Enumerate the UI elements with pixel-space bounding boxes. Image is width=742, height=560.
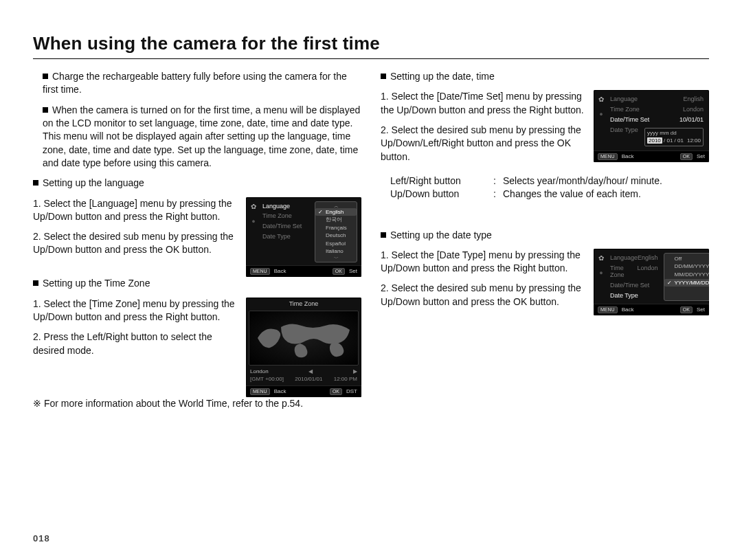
chevron-up-icon: ︿ — [315, 203, 357, 208]
dot-icon: ● — [251, 218, 255, 225]
tz-city: London — [250, 368, 269, 375]
bullet-icon — [43, 107, 48, 113]
section-language-text: 1. Select the [Language] menu by pressin… — [33, 197, 236, 264]
option: Italiano — [315, 247, 357, 256]
date-edit-box: yyyy mm dd 2010 / 01 / 0112:00 — [644, 128, 704, 146]
lcd-datetype: ✿ ● LanguageEnglish Time ZoneLondon Date… — [594, 249, 709, 315]
section-datetype-title: Setting up the date type — [381, 229, 709, 242]
set-label: Set — [349, 268, 357, 275]
menu-tag: MENU — [250, 388, 270, 395]
section-timezone-title: Setting up the Time Zone — [33, 277, 361, 290]
section-datetime-text: 1. Select the [Date/Time Set] menu by pr… — [381, 90, 584, 170]
option: Off — [664, 255, 709, 263]
bullet-icon — [33, 280, 38, 286]
dot-icon: ● — [599, 269, 603, 277]
set-label: Set — [697, 306, 705, 313]
left-column: Charge the rechargeable battery fully be… — [33, 70, 361, 417]
title-rule — [33, 58, 709, 59]
year-highlight: 2010 — [647, 137, 662, 144]
back-label: Back — [622, 306, 634, 313]
bullet-icon — [33, 180, 38, 186]
check-icon: ✓ — [667, 280, 673, 287]
tz-time: 12:00 PM — [334, 376, 357, 383]
section-datetype: 1. Select the [Date Type] menu by pressi… — [381, 249, 709, 315]
section-timezone-text: 1. Select the [Time Zone] menu by pressi… — [33, 298, 236, 364]
hint-up-down: Up/Down button:Changes the value of each… — [390, 188, 709, 201]
option: Français — [315, 224, 357, 232]
menu-tag: MENU — [598, 153, 618, 160]
dtype-step-1: 1. Select the [Date Type] menu by pressi… — [381, 249, 584, 276]
menu-row: Date/Time Set — [609, 280, 660, 291]
option: MM/DD/YYYY — [664, 271, 709, 279]
lcd-language: ✿ ● Language Time Zone Date/Time Set Dat… — [246, 197, 361, 278]
option: Deutsch — [315, 232, 357, 240]
back-label: Back — [274, 388, 286, 395]
tz-lcd-title: Time Zone — [246, 298, 361, 308]
option: ✓English — [315, 208, 357, 216]
world-time-note: ※ For more information about the World T… — [33, 397, 361, 410]
dt-step-2: 2. Select the desired sub menu by pressi… — [381, 124, 584, 164]
gear-icon: ✿ — [598, 96, 604, 104]
lcd-footer: MENU Back OK DST — [246, 385, 361, 397]
button-hints: Left/Right button:Selects year/month/day… — [381, 175, 709, 201]
lang-step-1: 1. Select the [Language] menu by pressin… — [33, 197, 236, 224]
option: ✓YYYY/MM/DD — [664, 279, 709, 287]
bullet-icon — [381, 74, 386, 79]
option: Español — [315, 240, 357, 248]
section-datetype-text: 1. Select the [Date Type] menu by pressi… — [381, 249, 584, 315]
check-icon: ✓ — [318, 209, 324, 216]
lang-step-2: 2. Select the desired sub menu by pressi… — [33, 230, 236, 257]
gear-icon: ✿ — [251, 203, 256, 211]
page-title: When using the camera for the first time — [33, 33, 709, 54]
tz-step-2: 2. Press the Left/Right button to select… — [33, 331, 236, 357]
set-label: Set — [697, 153, 705, 160]
section-datetime: 1. Select the [Date/Time Set] menu by pr… — [381, 90, 709, 170]
world-map-svg — [252, 317, 355, 359]
menu-row: Date Type — [609, 291, 660, 301]
intro-bullet-1: Charge the rechargeable battery fully be… — [33, 70, 361, 97]
bullet-icon — [43, 74, 48, 79]
menu-row: Time Zone — [261, 211, 311, 221]
bullet-icon — [381, 232, 386, 238]
section-datetime-title: Setting up the date, time — [381, 70, 709, 83]
lcd-footer: MENU Back OK Set — [594, 304, 709, 315]
lcd-footer: MENU Back OK Set — [246, 265, 361, 277]
tz-date: 2010/01/01 — [295, 376, 322, 383]
tz-step-1: 1. Select the [Time Zone] menu by pressi… — [33, 298, 236, 324]
menu-row: Date/Time Set10/01/01 — [609, 115, 705, 125]
chevron-down-icon: ﹀ — [315, 256, 357, 260]
ok-tag: OK — [333, 268, 345, 275]
intro-bullet-2: When the camera is turned on for the fir… — [33, 104, 361, 170]
menu-tag: MENU — [250, 268, 270, 275]
options-panel: ︿ ✓English 한국어 Français Deutsch Español … — [315, 201, 357, 263]
menu-row: LanguageEnglish — [609, 253, 660, 263]
hint-left-right: Left/Right button:Selects year/month/day… — [390, 175, 709, 188]
tz-gmt: [GMT +00:00] — [250, 376, 284, 383]
option: DD/MM/YYYY — [664, 262, 709, 271]
menu-row: Time ZoneLondon — [609, 104, 705, 115]
menu-row: Time ZoneLondon — [609, 263, 660, 281]
arrow-right-icon: ▶ — [353, 368, 357, 375]
tz-info-row: London ◀ ▶ — [246, 366, 361, 377]
world-map-icon — [249, 311, 359, 366]
lcd-datetime: ✿ ● LanguageEnglish Time ZoneLondon Date… — [594, 90, 709, 162]
section-language-title: Setting up the language — [33, 177, 361, 190]
manual-page: When using the camera for the first time… — [0, 0, 742, 560]
menu-row: Date/Time Set — [261, 221, 311, 232]
dt-step-1: 1. Select the [Date/Time Set] menu by pr… — [381, 90, 584, 117]
right-column: Setting up the date, time 1. Select the … — [381, 70, 709, 417]
menu-row: Language — [261, 201, 311, 212]
page-number: 018 — [33, 533, 50, 544]
menu-row: Date Type — [261, 232, 311, 242]
arrow-left-icon: ◀ — [308, 368, 313, 375]
back-label: Back — [622, 153, 634, 160]
section-language: 1. Select the [Language] menu by pressin… — [33, 197, 361, 278]
lcd-timezone: Time Zone London ◀ ▶ — [246, 298, 361, 397]
gear-icon: ✿ — [598, 254, 604, 262]
menu-row: Date Type yyyy mm dd 2010 / 01 / 0112:00 — [609, 125, 705, 148]
lcd-footer: MENU Back OK Set — [594, 150, 709, 162]
dtype-step-2: 2. Select the desired sub menu by pressi… — [381, 282, 584, 309]
ok-tag: OK — [330, 388, 342, 395]
section-timezone: 1. Select the [Time Zone] menu by pressi… — [33, 298, 361, 397]
set-label: DST — [346, 388, 357, 395]
